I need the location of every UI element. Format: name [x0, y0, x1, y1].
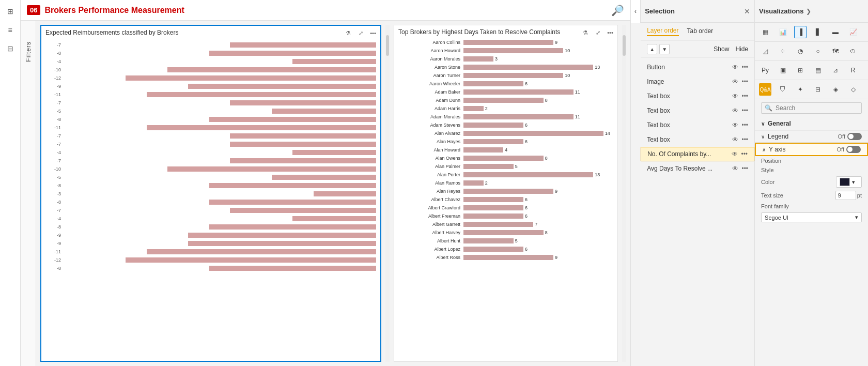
more-icon[interactable]: •••	[741, 64, 748, 71]
more-icon[interactable]: •••	[741, 121, 748, 129]
layer-item[interactable]: Image👁•••	[641, 74, 754, 89]
viz-panel: Visualizations ❯ ▦ 📊 ▐ ▋ ▬ 📈 ◿ ⁘ ◔ ○ 🗺 ⏲…	[754, 0, 868, 366]
color-dropdown[interactable]: ▾	[836, 176, 862, 188]
layer-item[interactable]: Text box👁•••	[641, 89, 754, 103]
viz-qna-icon[interactable]: Q&A	[759, 83, 771, 96]
viz-donut-icon[interactable]: ○	[812, 45, 824, 57]
left-chart-scrollbar[interactable]	[385, 25, 390, 362]
broker-list[interactable]: Aaron Collins9Aaron Howard10Aaron Morale…	[394, 39, 617, 262]
viz-matrix-icon[interactable]: ⊞	[794, 64, 807, 77]
show-btn[interactable]: Show	[714, 45, 729, 53]
viz-scatter-icon[interactable]: ⁘	[777, 45, 789, 57]
right-expand-btn[interactable]: ⤢	[593, 27, 603, 38]
tab-order-tab[interactable]: Tab order	[687, 27, 714, 36]
viz-stacked-icon[interactable]: ▐	[794, 26, 807, 38]
viz-smart-icon[interactable]: ◈	[829, 83, 842, 96]
viz-map-icon[interactable]: 🗺	[829, 45, 842, 57]
wf-bar-area	[63, 200, 376, 205]
y-axis-off-label: Off	[837, 146, 844, 152]
selection-close-btn[interactable]: ✕	[744, 7, 750, 16]
filter-btn[interactable]: ⚗	[343, 28, 353, 38]
right-filter-btn[interactable]: ⚗	[580, 27, 591, 38]
broker-row: Alan Palmer5	[398, 163, 613, 170]
general-section-header[interactable]: ∨ General	[755, 117, 868, 130]
broker-row: Alan Porter13	[398, 171, 613, 178]
more-icon[interactable]: •••	[741, 150, 748, 158]
waterfall-container[interactable]: -7-8-4-10-12-9-11-7-5-8-11-7-7-4-7-10-5-…	[41, 39, 380, 275]
broker-bar-area: 13	[463, 172, 613, 177]
more-btn[interactable]: •••	[368, 28, 378, 38]
more-icon[interactable]: •••	[741, 136, 748, 143]
wf-bar	[188, 241, 376, 246]
viz-table-icon[interactable]: ▦	[759, 26, 771, 38]
search-input[interactable]	[776, 104, 858, 112]
viz-custom-icon[interactable]: ◇	[847, 83, 859, 96]
viz-paginated-icon[interactable]: ⊟	[812, 83, 824, 96]
viz-area-icon[interactable]: ◿	[759, 45, 771, 57]
broker-val: 14	[605, 131, 610, 136]
viz-clustered-icon[interactable]: ▋	[812, 26, 824, 38]
viz-100bar-icon[interactable]: ▬	[829, 26, 842, 38]
eye-icon[interactable]: 👁	[732, 64, 738, 71]
left-chart[interactable]: Expected Reimbursements classified by Br…	[40, 25, 381, 362]
canvas: Filters Expected Reimbursements classifi…	[21, 21, 630, 366]
broker-bar	[463, 238, 514, 243]
viz-r-icon[interactable]: R	[847, 64, 859, 77]
viz-pie-icon[interactable]: ◔	[794, 45, 807, 57]
right-chart-scrollbar[interactable]	[622, 25, 626, 362]
viz-narr-icon[interactable]: ✦	[794, 83, 807, 96]
layer-order-tab[interactable]: Layer order	[647, 27, 678, 36]
viz-gauge-icon[interactable]: ⏲	[847, 45, 859, 57]
text-size-input[interactable]	[835, 191, 856, 200]
eye-icon[interactable]: 👁	[732, 121, 738, 129]
table-icon[interactable]: ≡	[3, 23, 18, 37]
arrow-up-btn[interactable]: ▲	[647, 44, 657, 54]
layer-item[interactable]: Text box👁•••	[641, 132, 754, 147]
wf-bar-area	[63, 133, 376, 139]
legend-track[interactable]	[847, 133, 862, 140]
layer-item[interactable]: Text box👁•••	[641, 118, 754, 132]
broker-bar	[463, 205, 523, 210]
broker-name: Albert Crawford	[398, 205, 460, 210]
more-icon[interactable]: •••	[741, 78, 748, 85]
legend-toggle[interactable]: Off	[838, 133, 862, 140]
viz-kpi-icon[interactable]: Py	[759, 64, 771, 77]
layer-item[interactable]: No. Of Complaints by...👁•••	[641, 147, 754, 161]
waterfall-bar-row: -12	[45, 256, 376, 264]
font-family-dropdown[interactable]: Segoe UI ▾	[761, 212, 862, 222]
y-axis-track[interactable]	[846, 146, 861, 153]
right-more-btn[interactable]: •••	[605, 27, 615, 38]
eye-icon[interactable]: 👁	[732, 93, 738, 100]
eye-icon[interactable]: 👁	[732, 136, 738, 143]
viz-funnel-icon[interactable]: ⊿	[829, 64, 842, 77]
layer-item[interactable]: Avg Days To Resolve ...👁•••	[641, 161, 754, 176]
viz-line-icon[interactable]: 📈	[847, 26, 859, 38]
nav-back-arrow[interactable]: ‹	[631, 0, 641, 23]
hide-btn[interactable]: Hide	[735, 45, 748, 53]
filters-label: Filters	[25, 41, 32, 62]
more-icon[interactable]: •••	[741, 165, 748, 172]
waterfall-bar-row: -8	[45, 116, 376, 123]
general-label: General	[768, 120, 791, 127]
viz-treemap-icon[interactable]: ▤	[812, 64, 824, 77]
broker-row: Albert Hunt5	[398, 237, 613, 245]
layer-item[interactable]: Text box👁•••	[641, 103, 754, 118]
viz-card-icon[interactable]: ▣	[777, 64, 789, 77]
filter-icon[interactable]: ⊟	[3, 41, 18, 56]
y-axis-chevron: ∧	[762, 147, 766, 152]
eye-icon[interactable]: 👁	[732, 165, 738, 172]
arrow-down-btn[interactable]: ▼	[659, 44, 670, 54]
y-axis-toggle[interactable]: Off	[837, 146, 861, 153]
viz-bar-icon[interactable]: 📊	[777, 26, 789, 38]
eye-icon[interactable]: 👁	[732, 107, 738, 114]
right-chart[interactable]: Top Brokers by Highest Days Taken to Res…	[394, 25, 618, 362]
expand-btn[interactable]: ⤢	[355, 28, 366, 38]
viz-expand-btn[interactable]: ❯	[806, 8, 811, 15]
more-icon[interactable]: •••	[741, 107, 748, 114]
grid-icon[interactable]: ⊞	[3, 4, 18, 19]
layer-item[interactable]: Button👁•••	[641, 60, 754, 74]
eye-icon[interactable]: 👁	[732, 150, 738, 158]
viz-decomp-icon[interactable]: ⛉	[777, 83, 789, 96]
eye-icon[interactable]: 👁	[732, 78, 738, 85]
more-icon[interactable]: •••	[741, 93, 748, 100]
